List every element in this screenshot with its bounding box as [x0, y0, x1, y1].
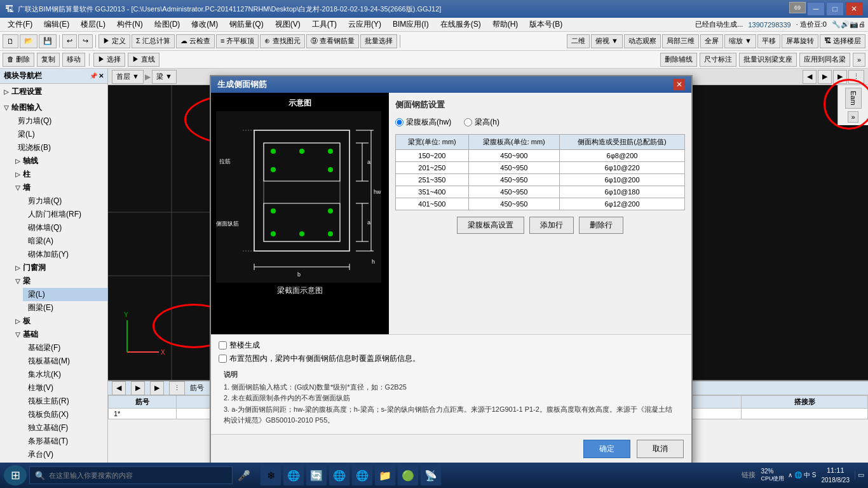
cloud-check-button[interactable]: ☁ 云检查: [176, 34, 215, 48]
table-prev[interactable]: ◀: [112, 381, 126, 395]
taskbar-app-7[interactable]: 🟢: [398, 465, 418, 485]
cancel-button[interactable]: 取消: [637, 440, 684, 458]
sidebar-item-raft-neg-rebar[interactable]: 筏板负筋(X): [23, 408, 107, 421]
copy-ref-button[interactable]: 复制: [37, 53, 60, 67]
taskbar-app-2[interactable]: 🌐: [283, 465, 304, 485]
local-3d-button[interactable]: 局部三维: [662, 34, 699, 48]
fullscreen-button[interactable]: 全屏: [700, 34, 723, 48]
taskbar-app-1[interactable]: ❄: [261, 465, 281, 485]
undo-button[interactable]: ↩: [62, 34, 77, 48]
taskbar-app-6[interactable]: 📁: [375, 465, 395, 485]
sidebar-item-masonry-wall[interactable]: 砌体墙(Q): [23, 221, 107, 234]
start-button[interactable]: ⊞: [4, 465, 27, 485]
batch-select-button[interactable]: 批量选择: [360, 34, 397, 48]
sidebar-item-engineering-settings[interactable]: ▷ 工程设置: [0, 85, 107, 98]
sidebar-item-isolated-foundation[interactable]: 独立基础(F): [23, 421, 107, 435]
sidebar-item-column-pier[interactable]: 柱墩(V): [23, 381, 107, 395]
menu-view[interactable]: 视图(V): [270, 18, 306, 31]
open-button[interactable]: 📂: [20, 34, 37, 48]
sidebar-item-hidden-beam[interactable]: 暗梁(A): [23, 234, 107, 248]
save-button[interactable]: 💾: [39, 34, 57, 48]
dynamic-view-button[interactable]: 动态观察: [624, 34, 661, 48]
radio-hw-input[interactable]: [395, 118, 403, 126]
delete-button[interactable]: 🗑 删除: [3, 53, 34, 67]
dimension-button[interactable]: 尺寸标注: [700, 53, 736, 67]
next-btn[interactable]: ▶: [818, 70, 832, 84]
sidebar-item-beam-group[interactable]: ▽ 梁: [8, 274, 107, 288]
sidebar-item-slab[interactable]: ▷ 板: [8, 315, 107, 328]
menu-modify[interactable]: 修改(M): [186, 18, 223, 31]
align-button[interactable]: ≡ 齐平板顶: [216, 34, 259, 48]
select-mode-button[interactable]: ▶ 选择: [93, 53, 125, 67]
sidebar-item-foundation-beam[interactable]: 基础梁(F): [23, 341, 107, 355]
nav-floor-dropdown[interactable]: 首层 ▼: [112, 70, 144, 84]
2d-button[interactable]: 二维: [567, 34, 590, 48]
close-button[interactable]: ✕: [845, 2, 863, 16]
menu-online[interactable]: 在线服务(S): [435, 18, 486, 31]
sidebar-item-drawing-input[interactable]: ▽ 绘图输入: [0, 101, 107, 114]
menu-bim[interactable]: BIM应用(I): [388, 18, 434, 31]
minimize-button[interactable]: ─: [807, 2, 825, 16]
apply-same-beam-button[interactable]: 应用到同名梁: [799, 53, 850, 67]
sidebar-item-beam-top[interactable]: 梁(L): [13, 128, 107, 141]
table-collapse[interactable]: ⋮: [169, 381, 185, 395]
sidebar-item-wall[interactable]: ▽ 墙: [8, 181, 107, 194]
rotate-button[interactable]: 屏幕旋转: [782, 34, 818, 48]
line-button[interactable]: ▶ 直线: [128, 53, 159, 67]
move-button[interactable]: 移动: [62, 53, 85, 67]
sidebar-item-axis[interactable]: ▷ 轴线: [8, 154, 107, 168]
sidebar-item-strip-foundation[interactable]: 条形基础(T): [23, 435, 107, 448]
sidebar-item-door-window[interactable]: ▷ 门窗洞: [8, 261, 107, 274]
whole-floor-checkbox[interactable]: [219, 341, 227, 349]
taskbar-search-area[interactable]: 🔍 在这里输入你要搜索的内容: [29, 466, 233, 484]
sidebar-item-cap[interactable]: 承台(V): [23, 448, 107, 461]
menu-file[interactable]: 文件(F): [3, 18, 37, 31]
nav-extra[interactable]: ▶: [833, 70, 847, 84]
menu-floor[interactable]: 楼层(L): [76, 18, 111, 31]
table-more[interactable]: ▶: [150, 381, 164, 395]
sidebar-item-raft-foundation[interactable]: 筏板基础(M): [23, 355, 107, 368]
cortana-mic[interactable]: 🎤: [238, 470, 250, 482]
dialog-close-button[interactable]: ✕: [674, 79, 685, 90]
more-right-button[interactable]: »: [848, 111, 858, 123]
sidebar-item-civil-defense-wall[interactable]: 人防门框墙(RF): [23, 208, 107, 221]
menu-rebar[interactable]: 钢筋量(Q): [224, 18, 268, 31]
sidebar-close[interactable]: ✕: [98, 72, 104, 79]
sidebar-item-ring-beam[interactable]: 圈梁(E): [23, 301, 107, 315]
sum-button[interactable]: Σ 汇总计算: [132, 34, 175, 48]
delete-aux-button[interactable]: 删除辅线: [660, 53, 697, 67]
nav-dots[interactable]: ⋮: [848, 70, 864, 84]
eam-button[interactable]: Eam: [845, 88, 862, 109]
select-floor-button[interactable]: 🏗 选择楼层: [820, 34, 865, 48]
sidebar-item-beam[interactable]: 梁(L): [23, 288, 107, 301]
sidebar-pin[interactable]: 📌: [90, 72, 97, 79]
menu-version[interactable]: 版本号(B): [524, 18, 567, 31]
cover-rebar-checkbox-label[interactable]: 布置范围内，梁跨中有侧面钢筋信息时覆盖原钢筋信息。: [219, 353, 684, 364]
new-button[interactable]: 🗋: [3, 34, 18, 48]
pan-button[interactable]: 平移: [757, 34, 780, 48]
taskbar-app-4[interactable]: 🌐: [329, 465, 349, 485]
menu-help[interactable]: 帮助(H): [487, 18, 524, 31]
radio-h-input[interactable]: [464, 118, 472, 126]
prev-btn[interactable]: ◀: [803, 70, 817, 84]
zoom-button[interactable]: 缩放 ▼: [724, 34, 756, 48]
cover-rebar-checkbox[interactable]: [219, 355, 227, 363]
menu-tools[interactable]: 工具(T): [307, 18, 342, 31]
sidebar-item-column[interactable]: ▷ 柱: [8, 168, 107, 181]
sidebar-item-foundation[interactable]: ▽ 基础: [8, 328, 107, 341]
menu-edit[interactable]: 编辑(E): [39, 18, 74, 31]
sidebar-item-shear-wall[interactable]: 剪力墙(Q): [23, 194, 107, 208]
radio-h[interactable]: 梁高(h): [464, 117, 499, 128]
top-view-button[interactable]: 俯视 ▼: [591, 34, 623, 48]
view-rebar-button[interactable]: ⑨ 查看钢筋量: [306, 34, 359, 48]
whole-floor-checkbox-label[interactable]: 整楼生成: [219, 340, 684, 351]
sidebar-item-raft-main-rebar[interactable]: 筏板主筋(R): [23, 395, 107, 408]
find-element-button[interactable]: ⊕ 查找图元: [260, 34, 304, 48]
ok-button[interactable]: 确定: [583, 440, 630, 458]
sidebar-item-cast-slab[interactable]: 现浇板(B): [13, 141, 107, 154]
redo-button[interactable]: ↪: [78, 34, 93, 48]
taskbar-app-5[interactable]: 🌐: [352, 465, 372, 485]
taskbar-app-3[interactable]: 🔄: [306, 465, 327, 485]
more-button[interactable]: »: [853, 53, 865, 67]
sidebar-item-shear-wall-top[interactable]: 剪力墙(Q): [13, 114, 107, 128]
